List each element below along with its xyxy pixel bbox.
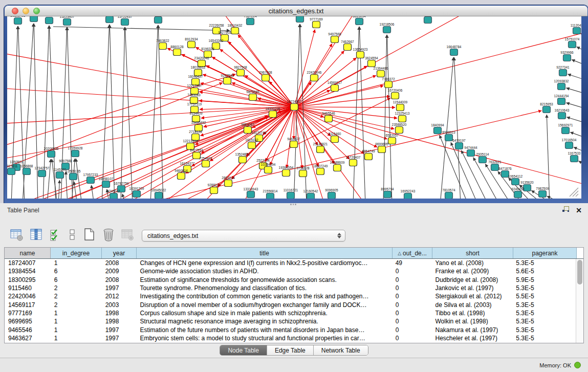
- network-edge[interactable]: [581, 34, 581, 37]
- table-row[interactable]: 969969511998Structural magnetic resonanc…: [5, 317, 576, 325]
- network-node[interactable]: [450, 49, 458, 56]
- tab-network-table[interactable]: Network Table: [314, 345, 368, 355]
- network-node[interactable]: [48, 151, 55, 158]
- network-node[interactable]: [377, 71, 385, 77]
- network-node[interactable]: [30, 16, 38, 22]
- network-edge[interactable]: [297, 58, 356, 104]
- network-node[interactable]: [159, 43, 167, 50]
- network-node[interactable]: [397, 104, 404, 111]
- network-node[interactable]: [155, 17, 162, 24]
- network-node[interactable]: [224, 78, 231, 84]
- network-node[interactable]: [262, 75, 270, 81]
- network-node[interactable]: [249, 94, 257, 101]
- network-edge[interactable]: [298, 108, 394, 129]
- scrollbar-thumb[interactable]: [577, 260, 582, 285]
- network-node[interactable]: [396, 127, 403, 134]
- network-node[interactable]: [467, 150, 475, 157]
- network-node[interactable]: [331, 136, 339, 143]
- network-node[interactable]: [559, 70, 567, 76]
- network-node[interactable]: [87, 177, 95, 184]
- column-header-year[interactable]: year: [102, 248, 137, 258]
- network-node[interactable]: [356, 18, 363, 25]
- network-node[interactable]: [325, 116, 333, 122]
- network-node[interactable]: [524, 185, 531, 191]
- network-node[interactable]: [225, 180, 232, 187]
- table-row[interactable]: 2242004622012Investigating the contribut…: [5, 292, 576, 300]
- network-node[interactable]: [299, 170, 307, 177]
- network-edge[interactable]: [7, 52, 290, 106]
- vertical-scrollbar[interactable]: [576, 259, 583, 343]
- network-node[interactable]: [445, 192, 453, 199]
- network-node[interactable]: [365, 154, 373, 160]
- network-edge[interactable]: [547, 196, 565, 199]
- network-node[interactable]: [331, 85, 339, 92]
- network-edge[interactable]: [567, 117, 581, 123]
- network-node[interactable]: [571, 156, 578, 162]
- network-node[interactable]: [385, 81, 393, 88]
- network-node[interactable]: [569, 41, 576, 48]
- network-node[interactable]: [133, 191, 141, 198]
- network-node[interactable]: [539, 191, 547, 198]
- delete-column-icon[interactable]: [101, 227, 116, 242]
- column-header-short[interactable]: short: [432, 248, 513, 258]
- network-node[interactable]: [188, 41, 195, 48]
- network-edge[interactable]: [34, 24, 38, 199]
- table-row[interactable]: 1456911722003Disruption of a novel membe…: [5, 300, 576, 309]
- network-node[interactable]: [512, 179, 519, 185]
- network-edge[interactable]: [294, 111, 294, 139]
- network-node[interactable]: [72, 150, 79, 157]
- network-node[interactable]: [384, 191, 391, 198]
- close-icon[interactable]: ✕: [576, 207, 582, 214]
- network-node[interactable]: [291, 104, 298, 111]
- network-node[interactable]: [344, 44, 352, 51]
- network-node[interactable]: [479, 157, 487, 163]
- network-node[interactable]: [328, 192, 336, 199]
- table-row[interactable]: 1872400712008Changes of HCN gene express…: [5, 259, 576, 267]
- network-node[interactable]: [63, 19, 71, 26]
- network-edge[interactable]: [298, 108, 581, 185]
- network-node[interactable]: [296, 16, 304, 23]
- network-node[interactable]: [383, 27, 391, 33]
- network-node[interactable]: [106, 16, 114, 23]
- network-node[interactable]: [155, 192, 163, 199]
- network-node[interactable]: [317, 168, 324, 175]
- network-edge[interactable]: [298, 107, 397, 118]
- network-edge[interactable]: [53, 27, 230, 31]
- network-node[interactable]: [231, 28, 239, 34]
- network-node[interactable]: [350, 160, 357, 166]
- unselect-all-icon[interactable]: [68, 227, 77, 242]
- network-node[interactable]: [391, 93, 399, 99]
- network-node[interactable]: [331, 36, 339, 43]
- network-node[interactable]: [378, 146, 386, 153]
- network-edge[interactable]: [567, 103, 581, 108]
- network-node[interactable]: [311, 75, 318, 81]
- network-node[interactable]: [265, 167, 272, 173]
- column-header-title[interactable]: title: [137, 248, 393, 258]
- network-node[interactable]: [558, 113, 566, 119]
- network-node[interactable]: [424, 17, 432, 24]
- network-node[interactable]: [543, 106, 551, 113]
- network-edge[interactable]: [567, 88, 581, 94]
- network-edge[interactable]: [158, 25, 163, 199]
- network-node[interactable]: [317, 146, 324, 153]
- network-node[interactable]: [558, 83, 565, 90]
- network-node[interactable]: [173, 49, 181, 56]
- network-edge[interactable]: [547, 115, 550, 199]
- network-edge[interactable]: [579, 161, 581, 165]
- network-node[interactable]: [267, 193, 274, 199]
- network-node[interactable]: [514, 191, 522, 198]
- network-edge[interactable]: [568, 74, 581, 80]
- network-node[interactable]: [334, 165, 341, 171]
- network-node[interactable]: [121, 19, 129, 26]
- network-node[interactable]: [110, 193, 118, 199]
- network-node[interactable]: [210, 187, 218, 194]
- new-column-icon[interactable]: [81, 227, 96, 242]
- network-edge[interactable]: [387, 35, 392, 199]
- show-columns-icon[interactable]: [29, 227, 43, 242]
- network-node[interactable]: [178, 173, 185, 180]
- network-node[interactable]: [573, 28, 581, 34]
- table-row[interactable]: 911546021997Tourette syndrome. Phenomeno…: [5, 284, 576, 292]
- network-edge[interactable]: [577, 47, 581, 51]
- column-header-out_de[interactable]: △out_de...: [393, 248, 432, 258]
- column-header-name[interactable]: name: [5, 248, 51, 258]
